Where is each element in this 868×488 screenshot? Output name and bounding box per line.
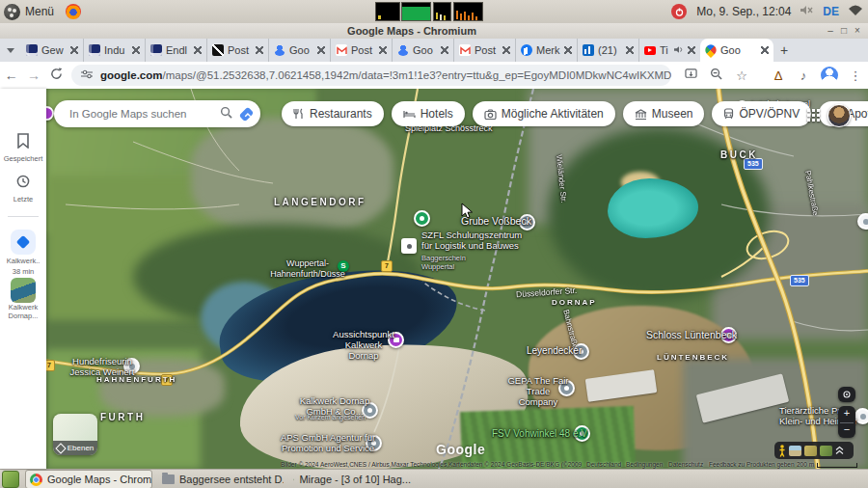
scale-bar	[817, 463, 857, 468]
close-icon[interactable]	[626, 46, 634, 54]
map-label-vor-kurzem: Vor Kurzem angesehen	[295, 414, 366, 421]
chip-hotels[interactable]: Hotels	[392, 101, 465, 126]
install-app-icon[interactable]	[679, 68, 704, 83]
reload-icon[interactable]	[45, 68, 68, 83]
tab-audio-icon[interactable]	[674, 44, 684, 56]
tab-gewerbe[interactable]: Gew	[21, 39, 83, 62]
window-titlebar[interactable]: Google Maps - Chromium – □ ×	[0, 23, 868, 40]
close-icon[interactable]	[70, 46, 78, 54]
bookmark-star-icon[interactable]: ☆	[729, 68, 754, 83]
site-settings-icon[interactable]	[81, 69, 93, 81]
google-apps-icon[interactable]	[806, 108, 820, 122]
volume-muted-icon[interactable]	[800, 5, 813, 18]
my-location-button[interactable]	[838, 387, 855, 402]
tab-linkedin[interactable]: (21)	[577, 39, 638, 62]
back-icon[interactable]: ←	[0, 68, 22, 83]
close-icon[interactable]	[564, 46, 572, 54]
media-controls-icon[interactable]: ♪	[791, 68, 816, 83]
network-graph-applet[interactable]	[453, 2, 483, 21]
close-icon[interactable]	[379, 46, 387, 54]
map-label-buck: BUCK	[720, 149, 758, 161]
poi-marker-green[interactable]	[414, 210, 430, 227]
tab-facebook[interactable]: Merk	[515, 39, 577, 62]
poi-marker-edge[interactable]	[857, 213, 868, 230]
minimize-button[interactable]: –	[824, 24, 837, 38]
taskbar-window-files[interactable]: Baggersee entsteht D...	[158, 471, 284, 488]
sidebar-item-saved[interactable]: Gespeichert	[0, 133, 46, 163]
imagery-attribution: Bilder © 2024 AeroWest,CNES / Airbus,Max…	[281, 461, 582, 468]
tab-google-1[interactable]: Goo	[268, 39, 330, 62]
network-icon[interactable]	[849, 5, 862, 18]
tab-endlager[interactable]: Endl	[145, 39, 206, 62]
privacy-link[interactable]: Datenschutz	[668, 461, 703, 468]
close-icon[interactable]	[194, 46, 202, 54]
zoom-out-button[interactable]: −	[838, 421, 855, 437]
maps-pin-icon	[703, 42, 719, 58]
chip-restaurants[interactable]: Restaurants	[282, 101, 384, 126]
imagery-thumbnail[interactable]	[789, 446, 801, 456]
map-label-bahnhof-hahnenfurth: Wuppertal-Hahnenfurth/Düsse	[266, 258, 349, 279]
power-icon[interactable]	[671, 4, 687, 19]
directions-icon[interactable]	[239, 106, 255, 122]
address-bar[interactable]: google.com/maps/@51.2532638,7.0621458,19…	[71, 65, 671, 86]
account-avatar[interactable]	[827, 104, 851, 127]
collapse-chevrons-icon[interactable]	[835, 446, 844, 455]
chip-activities[interactable]: Mögliche Aktivitäten	[473, 101, 615, 126]
distro-menu-icon[interactable]	[4, 4, 20, 20]
close-icon[interactable]	[317, 46, 325, 54]
tab-post-1[interactable]: Post	[206, 39, 268, 62]
tab-google-2[interactable]: Goo	[392, 39, 453, 62]
taskbar-window-chromium[interactable]: Google Maps - Chrom...	[25, 470, 152, 488]
feedback-link[interactable]: Feedback zu Produkten geben	[709, 461, 795, 468]
imagery-thumbnail[interactable]	[820, 446, 832, 456]
tab-youtube[interactable]: Ti	[638, 39, 700, 62]
close-icon[interactable]	[688, 46, 695, 54]
forward-icon[interactable]: →	[22, 68, 44, 83]
tab-search-button[interactable]	[0, 39, 21, 62]
close-icon[interactable]	[256, 46, 263, 54]
new-tab-button[interactable]: +	[773, 39, 795, 62]
close-icon[interactable]	[761, 46, 769, 54]
taskbar-window-mirage[interactable]: Mirage - [3 of 10] Hag...	[289, 471, 415, 488]
close-icon[interactable]	[132, 46, 140, 54]
clock[interactable]: Mo, 9. Sep., 12:04	[696, 5, 791, 18]
poi-marker-szfl[interactable]	[401, 238, 417, 254]
search-input[interactable]	[68, 107, 220, 121]
tab-gmail-2[interactable]: Post	[453, 39, 515, 62]
extension-icon[interactable]: Δ	[766, 68, 791, 83]
show-desktop-button[interactable]	[2, 471, 19, 488]
close-button[interactable]: ×	[851, 24, 864, 38]
menu-button[interactable]: Menü	[25, 5, 54, 18]
sidebar-item-route-kalkwerk[interactable]: Kalkwerk.. 38 min	[0, 230, 46, 276]
maximize-button[interactable]: □	[837, 24, 851, 38]
close-icon[interactable]	[502, 46, 510, 54]
layers-button[interactable]: Ebenen	[53, 414, 97, 455]
maps-search-box[interactable]	[54, 100, 260, 127]
tab-industrie[interactable]: Indu	[83, 39, 145, 62]
tab-google-maps-active[interactable]: Goo	[700, 39, 773, 62]
map-canvas[interactable]: LANGENDORF Spielplatz Schösstreck Grube …	[46, 89, 868, 469]
pegman-icon[interactable]	[778, 445, 786, 457]
sidebar-item-recent[interactable]: Letzte	[0, 174, 46, 203]
close-icon[interactable]	[441, 46, 448, 54]
keyboard-layout-indicator[interactable]: DE	[823, 5, 839, 18]
chip-transit[interactable]: ÖPV/ÖPNV	[712, 101, 811, 126]
map-label-aussichtspunkt: Aussichtspunkt Kalkwerk Dornap	[329, 329, 398, 362]
maps-sidebar: Gespeichert Letzte Kalkwerk.. 38 min Kal…	[0, 89, 46, 469]
cpu-graph-applet[interactable]	[401, 2, 431, 21]
imagery-thumbnail[interactable]	[804, 446, 817, 456]
system-monitor-applet[interactable]	[375, 2, 400, 21]
profile-avatar[interactable]	[821, 67, 838, 84]
load-applet[interactable]	[433, 2, 451, 21]
tab-gmail-1[interactable]: Post	[330, 39, 392, 62]
search-icon[interactable]	[220, 105, 232, 122]
zoom-indicator-icon[interactable]	[704, 68, 729, 83]
country-link[interactable]: Deutschland	[586, 461, 621, 468]
sidebar-item-place-kalkwerk-dornap[interactable]: Kalkwerk Dornap...	[0, 278, 46, 320]
kebab-menu-icon[interactable]: ⋮	[843, 68, 868, 83]
zoom-in-button[interactable]: +	[838, 406, 855, 421]
chip-museums[interactable]: Museen	[623, 101, 705, 126]
terms-link[interactable]: Bedingungen	[626, 461, 663, 468]
firefox-launcher-icon[interactable]	[66, 4, 81, 19]
map-label-hahnenfurth: HAHNENFURTH	[96, 375, 176, 384]
